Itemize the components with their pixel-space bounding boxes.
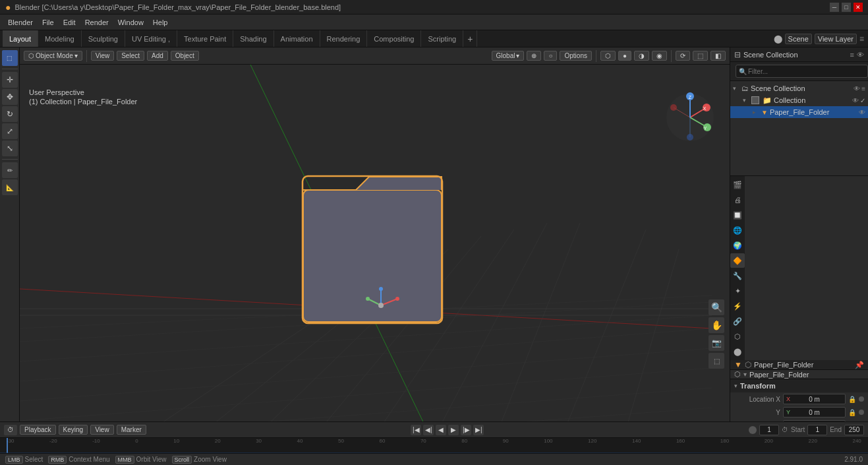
transform-tool[interactable]: ⤡ (2, 140, 18, 156)
tab-uv-editing[interactable]: UV Editing , (125, 30, 177, 47)
prop-tab-modifier[interactable]: 🔧 (730, 268, 745, 283)
tab-compositing[interactable]: Compositing (367, 30, 421, 47)
tab-modeling[interactable]: Modeling (38, 30, 82, 47)
prop-tab-render[interactable]: 🎬 (730, 177, 745, 192)
tab-layout[interactable]: Layout (3, 30, 38, 47)
end-frame-input[interactable] (844, 425, 864, 435)
3d-canvas[interactable]: X Y Z 🔍 ✋ 📷 ⬚ (20, 65, 730, 421)
outliner-collection[interactable]: ▾ 📁 Collection 👁 ✓ (730, 94, 868, 106)
maximize-button[interactable]: □ (842, 3, 851, 12)
options-btn[interactable]: Options (560, 51, 591, 61)
proportional-edit-btn[interactable]: ○ (544, 51, 557, 61)
prop-tab-physics[interactable]: ⚡ (730, 299, 745, 313)
menu-window[interactable]: Window (114, 17, 148, 28)
collection-checkbox[interactable] (751, 96, 759, 104)
select-menu-btn[interactable]: Select (117, 51, 144, 61)
playback-btn[interactable]: Playback (20, 425, 56, 435)
timeline-view-btn[interactable]: View (90, 425, 114, 435)
zoom-to-fit-btn[interactable]: 🔍 (709, 299, 724, 315)
tab-sculpting[interactable]: Sculpting (82, 30, 125, 47)
prop-tab-material[interactable]: ⬤ (730, 344, 745, 359)
start-frame-input[interactable] (807, 425, 827, 435)
pan-btn[interactable]: ✋ (709, 317, 724, 333)
move-tool[interactable]: ✥ (2, 89, 18, 105)
jump-end-btn[interactable]: ▶| (473, 425, 484, 435)
collection-eye[interactable]: 👁 (852, 97, 859, 104)
menu-help[interactable]: Help (149, 17, 172, 28)
location-y-lock[interactable]: 🔒 (848, 409, 856, 416)
tab-scripting[interactable]: Scripting (421, 30, 463, 47)
rotate-tool[interactable]: ↻ (2, 106, 18, 122)
tab-animation[interactable]: Animation (274, 30, 320, 47)
cursor-tool[interactable]: ✛ (2, 72, 18, 88)
collection-check[interactable]: ✓ (860, 97, 865, 104)
outliner-scene-collection[interactable]: ▾ 🗂 Scene Collection 👁 ≡ (730, 82, 868, 94)
show-overlays-btn[interactable]: ⬚ (693, 51, 708, 61)
prop-tab-view-layer[interactable]: 🔲 (730, 208, 745, 222)
scene-selector[interactable]: Scene (785, 34, 812, 44)
marker-btn[interactable]: Marker (117, 425, 146, 435)
show-gizmos-btn[interactable]: ⟳ (676, 51, 690, 61)
menu-blender[interactable]: Blender (4, 17, 37, 28)
prop-tab-object[interactable]: 🔶 (730, 253, 745, 268)
folder-eye[interactable]: 👁 (859, 109, 865, 116)
location-x-input[interactable]: X 0 m (783, 394, 846, 404)
scene-collection-filter[interactable]: ≡ (861, 85, 865, 92)
tab-rendering[interactable]: Rendering (320, 30, 368, 47)
select-box-tool[interactable]: ⬚ (2, 50, 18, 66)
solid-btn[interactable]: ● (618, 51, 631, 61)
prop-tab-output[interactable]: 🖨 (730, 193, 745, 207)
add-menu-btn[interactable]: Add (147, 51, 168, 61)
object-menu-btn[interactable]: Object (171, 51, 199, 61)
annotate-tool[interactable]: ✏ (2, 162, 18, 178)
ortho-toggle-btn[interactable]: ⬚ (709, 353, 724, 369)
pin-btn[interactable]: 📌 (855, 361, 864, 369)
current-frame-input[interactable] (759, 425, 779, 435)
navigation-gizmo[interactable]: X Y Z (664, 91, 716, 144)
minimize-button[interactable]: ─ (830, 3, 839, 12)
viewport-mode-btn[interactable]: ⬡ Object Mode ▾ (24, 51, 82, 61)
wireframe-btn[interactable]: ⬡ (600, 51, 616, 61)
view-menu-btn[interactable]: View (91, 51, 115, 61)
record-dot[interactable] (749, 426, 757, 434)
location-y-input[interactable]: Y 0 m (783, 407, 846, 418)
scale-tool[interactable]: ⤢ (2, 123, 18, 139)
tab-shading[interactable]: Shading (233, 30, 274, 47)
prop-tab-particles[interactable]: ✦ (730, 284, 745, 298)
prop-tab-data[interactable]: ⬡ (730, 329, 745, 344)
transform-header[interactable]: ▾ Transform (730, 379, 868, 392)
measure-tool[interactable]: 📐 (2, 179, 18, 195)
outliner-paper-file-folder[interactable]: ▸ ▼ Paper_File_Folder 👁 (730, 106, 868, 118)
filter-icon[interactable]: ≡ (859, 34, 864, 44)
prop-tab-world[interactable]: 🌍 (730, 238, 745, 253)
camera-view-btn[interactable]: 📷 (709, 335, 724, 351)
play-btn[interactable]: ▶ (448, 425, 459, 435)
scene-collection-eye[interactable]: 👁 (854, 85, 860, 92)
tab-add[interactable]: + (463, 30, 477, 47)
view-layer-selector[interactable]: View Layer (815, 34, 857, 44)
eye-filter-icon[interactable]: 👁 (857, 51, 864, 59)
xray-btn[interactable]: ◧ (710, 51, 726, 61)
menu-edit[interactable]: Edit (59, 17, 80, 28)
tab-texture-paint[interactable]: Texture Paint (177, 30, 233, 47)
keying-btn[interactable]: Keying (59, 425, 88, 435)
outliner-search-input[interactable] (748, 68, 865, 75)
location-x-lock[interactable]: 🔒 (848, 396, 856, 403)
prop-tab-scene[interactable]: 🌐 (730, 223, 745, 237)
location-z-input[interactable]: Z 0 m (783, 420, 846, 421)
snap-btn[interactable]: ⊕ (527, 51, 541, 61)
jump-next-keyframe-btn[interactable]: |▶ (461, 425, 471, 435)
filter-icon[interactable]: ≡ (850, 51, 854, 59)
location-x-key[interactable] (859, 396, 864, 402)
jump-start-btn[interactable]: |◀ (411, 425, 421, 435)
material-preview-btn[interactable]: ◑ (634, 51, 649, 61)
menu-file[interactable]: File (38, 17, 58, 28)
timeline-mode-btn[interactable]: ⏱ (4, 425, 17, 435)
window-controls[interactable]: ─ □ ✕ (830, 3, 863, 12)
jump-prev-keyframe-btn[interactable]: ◀| (423, 425, 434, 435)
play-reverse-btn[interactable]: ◀ (436, 425, 446, 435)
prop-tab-constraints[interactable]: 🔗 (730, 314, 745, 328)
location-y-key[interactable] (859, 410, 864, 415)
menu-render[interactable]: Render (81, 17, 113, 28)
close-button[interactable]: ✕ (854, 3, 863, 12)
